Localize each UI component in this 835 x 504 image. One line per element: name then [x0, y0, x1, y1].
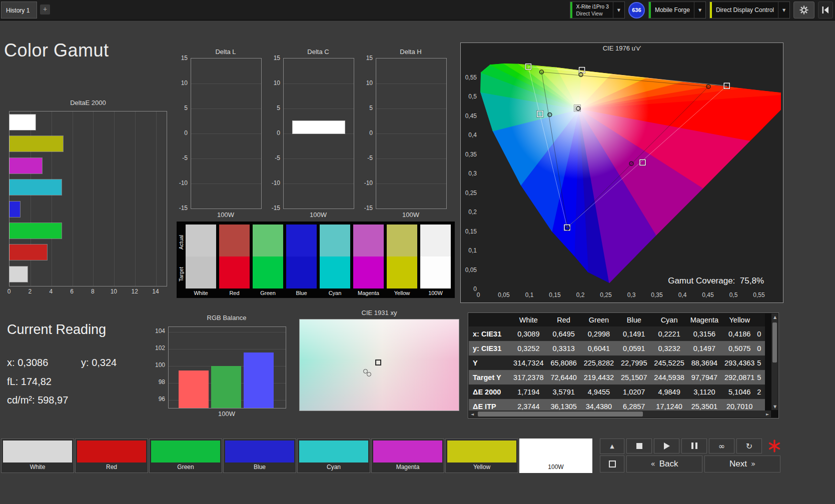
column-header: Cyan — [651, 314, 686, 326]
actual-swatch — [320, 224, 350, 256]
measurement-marker — [579, 72, 583, 76]
pattern-button-blue[interactable]: Blue — [223, 438, 296, 473]
play-button[interactable] — [654, 438, 679, 454]
chevron-down-icon[interactable]: ▼ — [778, 2, 789, 18]
axis-tick-label: 0,35 — [465, 151, 477, 158]
display-control-dropdown[interactable]: Direct Display Control ▼ — [709, 2, 790, 18]
scroll-down-arrow[interactable]: ▼ — [771, 403, 778, 410]
axis-tick-label: 15 — [181, 54, 188, 62]
swatch-white: White — [186, 224, 216, 298]
pattern-button-yellow[interactable]: Yellow — [445, 438, 518, 473]
page-title: Color Gamut — [4, 40, 109, 61]
swatch-label: White — [186, 288, 216, 298]
pattern-button-white[interactable]: White — [1, 438, 74, 473]
expand-up-button[interactable]: ▲ — [600, 438, 624, 454]
chevron-down-icon[interactable]: ▼ — [613, 2, 624, 18]
scrollbar-thumb[interactable] — [772, 322, 777, 362]
add-tab-button[interactable]: + — [40, 4, 50, 14]
deltae2000-plot — [9, 111, 167, 286]
pattern-button-green[interactable]: Green — [149, 438, 222, 473]
axis-tick-label: 0,25 — [465, 190, 477, 196]
scroll-left-arrow[interactable]: ◄ — [469, 410, 476, 418]
gridline — [73, 112, 73, 286]
history-tab[interactable]: History 1 — [1, 2, 37, 18]
pattern-button-red[interactable]: Red — [75, 438, 148, 473]
y-axis-labels: 151050-5-10-15 — [362, 58, 374, 208]
table-cell: 0,0591 — [616, 341, 651, 356]
axis-tick-label: 0,4 — [678, 292, 687, 298]
settings-button[interactable] — [793, 2, 814, 18]
category-label: 100W — [376, 211, 446, 218]
table-cell: 244,5938 — [651, 370, 686, 384]
pattern-button-cyan[interactable]: Cyan — [297, 438, 370, 473]
actual-swatch — [387, 224, 417, 256]
pattern-window-button[interactable] — [600, 456, 624, 472]
table-horizontal-scrollbar[interactable]: ◄ ► — [469, 410, 771, 418]
swatch-green: Green — [253, 224, 283, 298]
gridline — [191, 134, 261, 134]
back-button[interactable]: « Back — [626, 456, 702, 472]
next-button[interactable]: Next » — [704, 456, 780, 472]
table-cell: 3,1120 — [687, 384, 722, 399]
swatch-yellow: Yellow — [387, 224, 417, 298]
axis-tick-label: 10 — [274, 80, 280, 86]
gridline — [376, 158, 446, 159]
axis-tick-label: 0,2 — [468, 208, 477, 216]
table-cell: 0,3252 — [511, 341, 546, 356]
meter-dropdown[interactable]: X-Rite i1Pro 3 Direct View ▼ — [570, 2, 625, 18]
cie1976-diagram — [478, 58, 781, 290]
swatch-magenta: Magenta — [353, 224, 384, 298]
target-swatch — [219, 256, 250, 288]
column-header: Red — [546, 314, 581, 326]
actual-swatch — [420, 224, 451, 256]
column-header: Blue — [616, 314, 651, 326]
loop-button[interactable]: ∞ — [709, 438, 734, 454]
chart-title: Delta C — [283, 48, 353, 57]
axis-tick-label: 10 — [111, 288, 117, 295]
table-cell: 293,4363 — [722, 356, 757, 370]
rgb-balance-plot — [168, 326, 286, 408]
table-cell: 0,3156 — [687, 326, 722, 341]
pattern-button-magenta[interactable]: Magenta — [371, 438, 444, 473]
refresh-button[interactable]: ↻ — [736, 438, 762, 454]
measurement-marker — [566, 226, 570, 230]
target-swatch — [186, 256, 216, 288]
deltae-bar-cyan — [10, 180, 62, 195]
pattern-color-swatch — [77, 440, 146, 462]
scroll-up-arrow[interactable]: ▲ — [771, 314, 778, 320]
test-pattern-buttons: White Red Green Blue Cyan Magenta Yellow… — [1, 438, 592, 473]
actual-swatch — [219, 224, 250, 256]
gridline — [169, 349, 286, 350]
scrollbar-thumb[interactable] — [478, 412, 643, 416]
column-header: Yellow — [722, 314, 757, 326]
pause-button[interactable] — [681, 438, 707, 454]
table-vertical-scrollbar[interactable]: ▲ ▼ — [771, 314, 778, 410]
table-cell: 0,3313 — [546, 341, 581, 356]
actual-row-label: Actual — [178, 226, 185, 258]
table-cell: 0,4186 — [722, 326, 757, 341]
gridline — [284, 134, 354, 134]
axis-tick-label: 0,4 — [468, 132, 477, 138]
source-dropdown[interactable]: Mobile Forge ▼ — [648, 2, 706, 18]
axis-tick-label: 4 — [49, 288, 53, 295]
stop-button[interactable] — [626, 438, 652, 454]
column-header: Magenta — [687, 314, 722, 326]
toolbar-right-cluster: X-Rite i1Pro 3 Direct View ▼ 636 Mobile … — [570, 1, 833, 19]
table-cell: 0,3089 — [511, 326, 546, 341]
pattern-button-100w[interactable]: 100W — [519, 438, 592, 473]
table-cell: 292,0871 — [722, 370, 757, 384]
scroll-right-arrow[interactable]: ► — [764, 410, 771, 418]
display-control-name: Direct Display Control — [716, 6, 774, 14]
axis-tick-label: 8 — [91, 288, 95, 295]
pattern-color-swatch — [225, 440, 294, 462]
swatch-label: Yellow — [387, 288, 417, 298]
table-cell: 0,6495 — [546, 326, 581, 341]
axis-tick-label: 0,45 — [465, 112, 477, 120]
swatch-label: Green — [253, 288, 283, 298]
column-header: White — [511, 314, 546, 326]
chevron-down-icon[interactable]: ▼ — [694, 2, 705, 18]
reading-y: y: 0,324 — [81, 357, 117, 368]
target-swatch — [420, 256, 451, 288]
collapse-panel-button[interactable] — [818, 2, 833, 18]
axis-tick-label: 0,3 — [627, 292, 636, 298]
